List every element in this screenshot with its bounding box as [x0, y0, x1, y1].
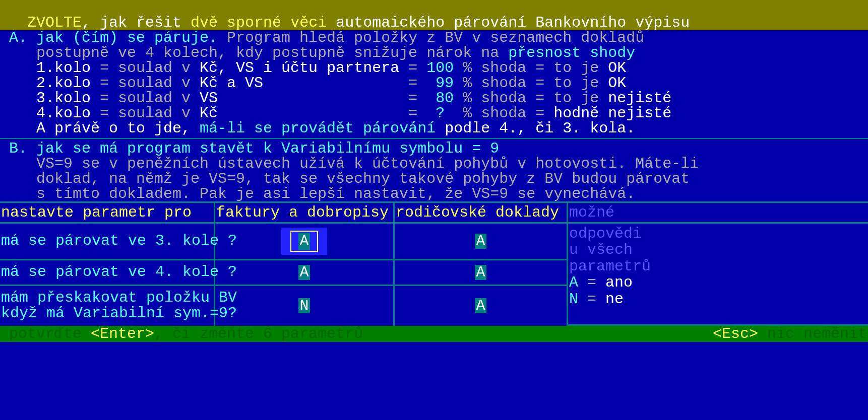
title-lead: ZVOLTE — [18, 14, 82, 31]
th-param: nastavte parametr pro — [0, 203, 215, 224]
focused-cell[interactable]: A — [281, 228, 327, 255]
legend-cell: odpovědi u všech parametrů A = ano N = n… — [568, 224, 868, 326]
round-4: 4.kolo = soulad v Kč = ? % shoda = hodně… — [9, 106, 868, 121]
th-rodic: rodičovské doklady — [395, 203, 568, 224]
sec-b-head: B. jak se má program stavět k Variabilní… — [9, 141, 868, 156]
title-sep: , — [82, 14, 100, 31]
round-1: 1.kolo = soulad v Kč, VS i účtu partnera… — [9, 60, 868, 76]
round-2: 2.kolo = soulad v Kč a VS = 99 % shoda =… — [9, 76, 868, 91]
title-mid2: dvě sporné věci — [191, 14, 336, 31]
th-legend: možné — [568, 203, 868, 224]
param-row-1-col2[interactable]: A — [395, 224, 568, 260]
th-faktury: faktury a dobropisy — [215, 203, 395, 224]
title-tail: automaického párování Bankovního výpisu — [336, 14, 690, 31]
param-table: nastavte parametr pro faktury a dobropis… — [0, 201, 868, 326]
param-row-3-col1[interactable]: N — [215, 286, 395, 326]
param-row-2-col2[interactable]: A — [395, 260, 568, 286]
sec-a-head: A. jak (čím) se páruje. Program hledá po… — [9, 30, 868, 45]
sec-a-sub: postupně ve 4 kolech, kdy postupně snižu… — [9, 45, 868, 60]
enter-key-hint: <Enter> — [91, 325, 154, 342]
status-right: <Esc> nic neměnit — [713, 326, 867, 341]
sec-a-foot: A právě o to jde, má-li se provádět páro… — [9, 121, 868, 136]
param-row-2-col1[interactable]: A — [215, 260, 395, 286]
title-mid1: jak řešit — [100, 14, 191, 31]
round-3: 3.kolo = soulad v VS = 80 % shoda = to j… — [9, 91, 868, 106]
section-b: B. jak se má program stavět k Variabilní… — [0, 141, 868, 201]
param-row-1-label: má se párovat ve 3. kole ? — [0, 224, 215, 260]
status-left: potvrďte <Enter>, či změňte 6 parametrů — [9, 326, 363, 341]
status-bar: potvrďte <Enter>, či změňte 6 parametrů … — [0, 326, 868, 342]
param-row-2-label: má se párovat ve 4. kole ? — [0, 260, 215, 286]
section-a: A. jak (čím) se páruje. Program hledá po… — [0, 30, 868, 136]
esc-key-hint: <Esc> — [713, 325, 767, 342]
title-bar: ZVOLTE, jak řešit dvě sporné věci automa… — [0, 0, 868, 30]
param-row-1-col1[interactable]: A — [215, 224, 395, 260]
sec-b-l3: s tímto dokladem. Pak je asi lepší nasta… — [9, 186, 868, 201]
param-row-3-label: mám přeskakovat položku BV když má Varia… — [0, 286, 215, 326]
sec-b-l2: doklad, na němž je VS=9, tak se všechny … — [9, 171, 868, 186]
divider — [0, 138, 868, 139]
param-row-3-col2[interactable]: A — [395, 286, 568, 326]
sec-b-l1: VS=9 se v peněžních ústavech užívá k účt… — [9, 156, 868, 171]
